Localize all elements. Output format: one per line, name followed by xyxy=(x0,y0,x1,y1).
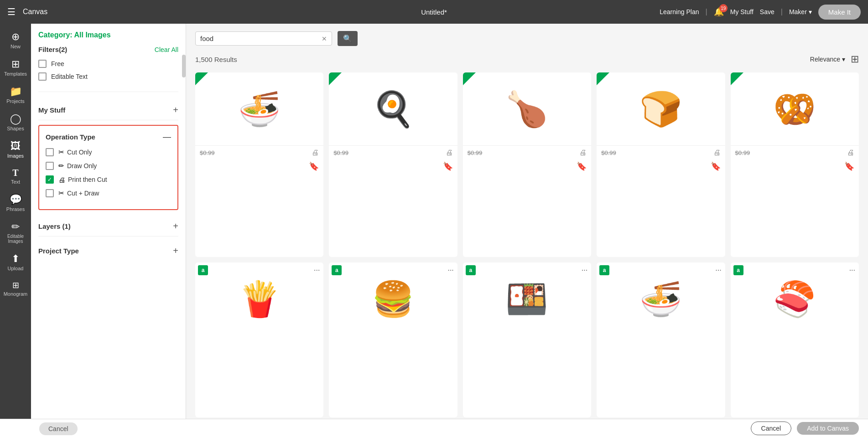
sidebar-item-images[interactable]: 🖼 Images xyxy=(0,137,31,162)
image-card[interactable]: 🍗 $0.99 🖨 🔖 xyxy=(463,72,591,257)
card-menu-button[interactable]: ··· xyxy=(447,266,453,274)
hamburger-menu-icon[interactable]: ☰ xyxy=(7,6,16,17)
filter-count: Filters(2) xyxy=(38,46,67,53)
image-card[interactable]: a ··· 🍣 xyxy=(731,262,859,417)
image-card[interactable]: 🍜 $0.99 🖨 🔖 xyxy=(195,72,323,257)
learning-plan-link[interactable]: Learning Plan xyxy=(660,8,699,15)
editable-text-label: Editable Text xyxy=(51,73,88,80)
basic-filters-section: Free Editable Text xyxy=(38,60,178,92)
templates-icon: ⊞ xyxy=(11,58,20,70)
sidebar-item-templates[interactable]: ⊞ Templates xyxy=(0,55,31,80)
card-badge xyxy=(731,72,743,85)
bookmark-icon[interactable]: 🔖 xyxy=(844,161,854,171)
image-card[interactable]: 🍳 $0.99 🖨 🔖 xyxy=(329,72,457,257)
my-stuff-link[interactable]: My Stuff xyxy=(730,8,754,15)
cut-only-icon: ✂ xyxy=(58,148,64,156)
image-card[interactable]: 🥨 $0.99 🖨 🔖 xyxy=(731,72,859,257)
card-badge xyxy=(195,72,208,85)
project-type-label: Project Type xyxy=(38,247,79,255)
print-icon: 🖨 xyxy=(312,149,319,157)
layers-expand-button[interactable]: + xyxy=(173,221,178,231)
make-it-button[interactable]: Make It xyxy=(818,5,861,20)
sidebar-item-monogram[interactable]: ⊞ Monogram xyxy=(0,277,31,300)
save-link[interactable]: Save xyxy=(760,8,774,15)
cancel-button[interactable]: Cancel xyxy=(39,422,78,435)
sidebar-item-text[interactable]: T Text xyxy=(0,164,31,188)
sidebar-item-new[interactable]: ⊕ New xyxy=(0,27,31,53)
card-image: 🥨 xyxy=(731,72,859,145)
document-title[interactable]: Untitled* xyxy=(421,8,447,16)
sidebar-item-label: Templates xyxy=(4,71,27,77)
bookmark-icon[interactable]: 🔖 xyxy=(577,161,587,171)
card-menu-button[interactable]: ··· xyxy=(849,266,855,274)
my-stuff-expand-button[interactable]: + xyxy=(173,105,178,115)
op-draw-only[interactable]: ✏ Draw Only xyxy=(46,162,171,170)
card-image: 🍣 xyxy=(731,262,859,335)
sidebar-item-label: Phrases xyxy=(6,206,25,212)
print-icon: 🖨 xyxy=(847,149,854,157)
cut-draw-checkbox[interactable] xyxy=(46,189,54,197)
main-content: ✕ 🔍 1,500 Results Relevance ▾ ⊞ 🍜 $0.99 … xyxy=(186,24,868,437)
operation-type-title: Operation Type xyxy=(46,133,95,141)
operation-collapse-button[interactable]: — xyxy=(163,132,171,142)
chevron-down-icon: ▾ xyxy=(809,8,812,15)
content-toolbar: 1,500 Results Relevance ▾ ⊞ xyxy=(186,51,868,68)
grid-view-toggle[interactable]: ⊞ xyxy=(851,53,859,65)
op-cut-only[interactable]: ✂ Cut Only xyxy=(46,148,171,156)
search-input[interactable] xyxy=(200,35,318,42)
editable-text-checkbox[interactable] xyxy=(38,72,47,81)
search-clear-button[interactable]: ✕ xyxy=(322,35,327,42)
sidebar-item-projects[interactable]: 📁 Projects xyxy=(0,82,31,108)
op-print-then-cut[interactable]: ✓ 🖨 Print then Cut xyxy=(46,175,171,184)
free-checkbox[interactable] xyxy=(38,60,47,68)
notifications-button[interactable]: 🔔 19 xyxy=(714,7,724,17)
print-icon: 🖨 xyxy=(713,149,721,157)
sidebar-item-label: Monogram xyxy=(4,291,28,297)
bookmark-icon[interactable]: 🔖 xyxy=(309,161,319,171)
search-button[interactable]: 🔍 xyxy=(338,31,358,46)
add-to-canvas-button[interactable]: Add to Canvas xyxy=(797,422,859,435)
filter-editable-text[interactable]: Editable Text xyxy=(38,72,178,81)
cut-draw-icon: ✂ xyxy=(58,189,64,197)
op-cut-draw[interactable]: ✂ Cut + Draw xyxy=(46,189,171,197)
maker-dropdown[interactable]: Maker ▾ xyxy=(789,8,812,15)
project-type-section: Project Type + xyxy=(38,241,178,261)
my-stuff-label: My Stuff xyxy=(38,106,65,114)
search-box: ✕ xyxy=(195,31,332,46)
card-price: $0.99 xyxy=(601,149,616,156)
nav-right-area: Learning Plan | 🔔 19 My Stuff Save | Mak… xyxy=(660,5,861,20)
image-card[interactable]: a ··· 🍜 xyxy=(597,262,725,417)
print-icon: 🖨 xyxy=(579,149,587,157)
sidebar-item-editable-images[interactable]: ✏ Editable Images xyxy=(0,217,31,247)
sort-chevron-icon: ▾ xyxy=(842,56,845,63)
project-type-expand-button[interactable]: + xyxy=(173,246,178,256)
layers-label: Layers (1) xyxy=(38,222,71,230)
card-menu-button[interactable]: ··· xyxy=(582,266,587,274)
filter-header: Filters(2) Clear All xyxy=(38,46,178,53)
draw-only-icon: ✏ xyxy=(58,162,64,170)
print-then-cut-checkbox[interactable]: ✓ xyxy=(46,175,54,184)
operation-type-section: Operation Type — ✂ Cut Only ✏ Draw Only … xyxy=(38,125,178,210)
bookmark-icon[interactable]: 🔖 xyxy=(443,161,453,171)
card-menu-button[interactable]: ··· xyxy=(314,266,320,274)
my-stuff-section: My Stuff + xyxy=(38,100,178,120)
image-card[interactable]: a ··· 🍱 xyxy=(463,262,591,417)
cut-only-checkbox[interactable] xyxy=(46,148,54,156)
sort-dropdown[interactable]: Relevance ▾ xyxy=(810,56,845,63)
draw-only-checkbox[interactable] xyxy=(46,162,54,170)
cut-only-label: Cut Only xyxy=(67,149,92,156)
sidebar-item-label: Upload xyxy=(8,266,24,271)
image-card[interactable]: 🍞 $0.99 🖨 🔖 xyxy=(597,72,725,257)
card-image: 🍗 xyxy=(463,72,591,145)
clear-all-button[interactable]: Clear All xyxy=(155,46,178,53)
sidebar-item-shapes[interactable]: ◯ Shapes xyxy=(0,109,31,135)
filter-free[interactable]: Free xyxy=(38,60,178,68)
sidebar-item-upload[interactable]: ⬆ Upload xyxy=(0,249,31,275)
cancel-button[interactable]: Cancel xyxy=(751,422,792,435)
image-card[interactable]: a ··· 🍔 xyxy=(329,262,457,417)
print-then-cut-icon: 🖨 xyxy=(58,176,65,184)
sidebar-item-phrases[interactable]: 💬 Phrases xyxy=(0,190,31,216)
card-menu-button[interactable]: ··· xyxy=(715,266,721,274)
image-card[interactable]: a ··· 🍟 xyxy=(195,262,323,417)
bookmark-icon[interactable]: 🔖 xyxy=(711,161,721,171)
